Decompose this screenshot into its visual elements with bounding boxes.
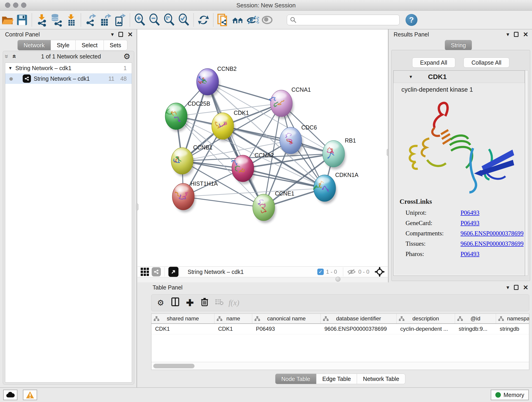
warnings-button[interactable] [23, 390, 37, 400]
network-options-gear-icon[interactable]: ⚙ [123, 52, 130, 61]
panel-menu-icon[interactable]: ▾ [506, 284, 509, 291]
crosslink-genecard-link[interactable]: P06493 [461, 220, 480, 227]
network-node-CDC25B[interactable] [165, 103, 187, 129]
network-collection-row[interactable]: ▾ String Network – cdk1 1 [5, 63, 132, 73]
panel-close-icon[interactable]: ✕ [128, 31, 133, 38]
delete-table-icon[interactable] [212, 298, 227, 307]
table-options-gear-icon[interactable]: ⚙ [153, 298, 168, 307]
hide-selected-button[interactable] [245, 13, 260, 27]
network-node-CCNE1[interactable] [253, 194, 275, 221]
column-header[interactable]: canonical name [252, 314, 321, 323]
tab-network[interactable]: Network [17, 40, 51, 51]
gene-expander-icon[interactable]: ▾ [394, 74, 428, 80]
panel-close-icon[interactable]: ✕ [523, 31, 528, 38]
column-header[interactable]: shared name [152, 314, 215, 323]
network-node-RB1[interactable] [323, 140, 345, 167]
save-session-button[interactable] [15, 13, 29, 27]
toolbar-separator [81, 13, 81, 27]
tab-select[interactable]: Select [76, 40, 104, 51]
column-header[interactable]: description [397, 314, 455, 323]
network-row[interactable]: String Network – cdk1 11 48 [5, 73, 132, 84]
first-neighbors-button[interactable] [230, 13, 245, 27]
cloud-status-button[interactable] [3, 390, 17, 400]
zoom-selected-button[interactable] [177, 13, 191, 27]
tab-node-table[interactable]: Node Table [275, 374, 317, 384]
open-session-button[interactable] [0, 13, 15, 27]
crosslink-pharos-link[interactable]: P06493 [461, 250, 480, 258]
network-overview-icon[interactable] [152, 267, 161, 276]
crosslink-label: GeneCard: [405, 220, 461, 227]
table-horizontal-scrollbar[interactable] [152, 362, 529, 370]
network-node-CCNB1[interactable] [171, 148, 193, 174]
panel-float-icon[interactable] [514, 285, 519, 290]
panel-close-icon[interactable]: ✕ [523, 284, 528, 291]
detach-view-icon[interactable] [168, 267, 178, 277]
birdseye-crosshair-icon[interactable] [374, 267, 385, 277]
node-label-CDC25B: CDC25B [188, 100, 210, 107]
export-table-button[interactable] [98, 13, 113, 27]
crosslink-uniprot-link[interactable]: P06493 [461, 209, 480, 216]
panel-float-icon[interactable] [119, 32, 123, 37]
network-canvas[interactable]: CCNB2CCNA1CDC25BCDK1CDC6RB1CCNB1CCNA2CDK… [138, 29, 388, 266]
crosslink-compartments-link[interactable]: 9606.ENSP00000378699 [461, 230, 524, 237]
network-node-CCNB2[interactable] [196, 69, 219, 95]
table-row[interactable]: CDK1 CDK1 P06493 9606.ENSP00000378699 cy… [152, 324, 529, 334]
export-image-button[interactable] [113, 13, 127, 27]
traffic-light-close[interactable] [5, 2, 10, 8]
column-header[interactable]: @id [455, 314, 496, 323]
apply-layout-button[interactable] [196, 13, 211, 27]
tree-expander-icon[interactable]: ▾ [5, 65, 15, 71]
grid-view-icon[interactable] [141, 268, 149, 276]
traffic-light-minimize[interactable] [13, 2, 18, 8]
traffic-light-zoom[interactable] [21, 2, 26, 8]
memory-button[interactable]: Memory [491, 390, 529, 400]
export-network-button[interactable] [83, 13, 98, 27]
import-network-button[interactable] [34, 13, 49, 27]
import-network-from-database-button[interactable] [49, 13, 64, 27]
panel-menu-icon[interactable]: ▾ [111, 31, 114, 38]
crosslink-label: Tissues: [405, 240, 461, 247]
houses-icon [231, 13, 244, 27]
zoom-fit-button[interactable] [162, 13, 177, 27]
tab-sets[interactable]: Sets [104, 40, 127, 51]
import-table-button[interactable] [64, 13, 78, 27]
gene-header-row[interactable]: ▾ CDK1 [394, 70, 525, 83]
tab-network-table[interactable]: Network Table [357, 374, 405, 384]
function-builder-icon[interactable]: f(x) [227, 298, 241, 307]
tab-edge-table[interactable]: Edge Table [317, 374, 357, 384]
panel-float-icon[interactable] [514, 32, 519, 37]
column-header[interactable]: database identifier [321, 314, 397, 323]
panel-menu-icon[interactable]: ▾ [506, 31, 509, 38]
show-columns-icon[interactable] [168, 298, 183, 308]
help-button[interactable]: ? [405, 14, 418, 26]
duplicate-network-button[interactable] [216, 13, 230, 27]
network-node-CDC6[interactable] [280, 127, 302, 154]
delete-column-trash-icon[interactable] [197, 298, 212, 308]
expand-all-networks-icon[interactable]: « [11, 52, 19, 60]
tab-string[interactable]: String [445, 40, 472, 51]
network-node-CDK1[interactable] [212, 113, 234, 139]
zoom-in-button[interactable] [133, 13, 147, 27]
collapse-all-button[interactable]: Collapse All [463, 57, 510, 68]
column-header[interactable]: namespace [496, 314, 529, 323]
search-input[interactable] [297, 17, 397, 23]
zoom-out-button[interactable] [147, 13, 162, 27]
network-node-HIST1H1A[interactable] [172, 183, 194, 210]
expand-all-button[interactable]: Expand All [412, 57, 455, 68]
scrollbar-thumb[interactable] [153, 364, 195, 368]
tab-style[interactable]: Style [51, 40, 76, 51]
hidden-eye-slash-icon[interactable] [347, 268, 356, 275]
network-node-CCNA1[interactable] [269, 90, 292, 117]
column-header[interactable]: name [215, 314, 252, 323]
crosslink-tissues-link[interactable]: 9606.ENSP00000378699 [461, 240, 524, 247]
show-all-button[interactable] [260, 13, 274, 27]
network-node-CCNA2[interactable] [232, 155, 254, 182]
selected-count-checkbox[interactable]: ✓ [317, 269, 324, 275]
network-node-CDKN1A[interactable] [313, 175, 336, 201]
results-vertical-scrollbar[interactable] [525, 70, 528, 276]
add-column-icon[interactable]: ✚ [183, 298, 197, 308]
left-splitter-handle[interactable] [136, 204, 138, 211]
horizontal-splitter-handle[interactable] [336, 277, 341, 282]
search-field[interactable] [287, 15, 399, 25]
collapse-all-networks-icon[interactable]: » [3, 52, 11, 60]
